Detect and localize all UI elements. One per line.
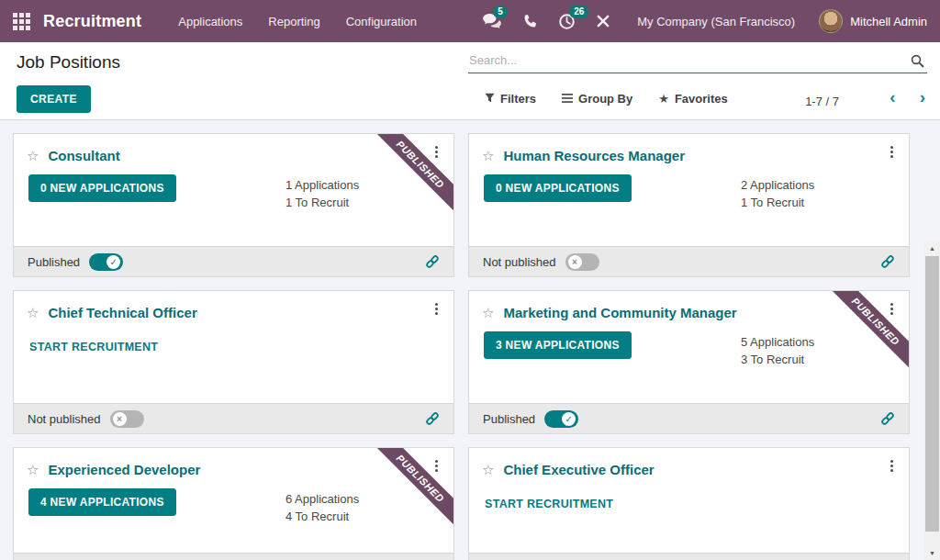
filter-funnel-icon [485, 92, 495, 106]
link-icon[interactable] [425, 254, 440, 269]
group-by-bars-icon [562, 92, 573, 106]
kebab-menu-icon[interactable] [432, 457, 441, 475]
card-footer: Published ✓ [469, 403, 909, 433]
favorites-button[interactable]: ★ Favorites [658, 92, 727, 106]
new-applications-button[interactable]: 4 NEW APPLICATIONS [28, 488, 176, 516]
kebab-menu-icon[interactable] [432, 143, 441, 161]
publish-toggle[interactable]: × [565, 253, 599, 271]
menu-configuration[interactable]: Configuration [346, 15, 417, 28]
card-footer: Published ✓ [14, 246, 453, 276]
publish-status-label: Not published [483, 255, 556, 269]
search-options: Filters Group By ★ Favorites [485, 92, 728, 106]
to-recruit-count[interactable]: 1 To Recruit [741, 194, 814, 211]
job-card-experienced-developer[interactable]: PUBLISHED ☆ Experienced Developer 4 NEW … [13, 447, 454, 560]
phone-icon[interactable] [522, 14, 538, 29]
scroll-down-icon[interactable]: ▼ [924, 545, 940, 560]
control-panel: Job Positions CREATE Filters Group By ★ … [0, 42, 940, 120]
favorite-star-icon[interactable]: ☆ [27, 463, 39, 476]
link-icon[interactable] [880, 254, 895, 269]
job-card-consultant[interactable]: PUBLISHED ☆ Consultant 0 NEW APPLICATION… [13, 133, 454, 277]
card-footer: Not published × [14, 403, 453, 433]
menu-applications[interactable]: Applications [178, 15, 242, 28]
create-button[interactable]: CREATE [17, 85, 91, 113]
scrollbar-thumb[interactable] [925, 256, 939, 532]
kebab-menu-icon[interactable] [888, 300, 896, 318]
card-footer [14, 553, 453, 560]
job-card-human-resources-manager[interactable]: ☆ Human Resources Manager 0 NEW APPLICAT… [468, 133, 910, 277]
favorite-star-icon[interactable]: ☆ [482, 463, 494, 476]
vertical-scrollbar[interactable]: ▲ ▼ [924, 241, 940, 560]
job-card-chief-technical-officer[interactable]: ☆ Chief Technical Officer START RECRUITM… [13, 290, 454, 434]
publish-status-label: Not published [28, 412, 101, 426]
card-footer [469, 553, 909, 560]
job-title-link[interactable]: Marketing and Community Manager [503, 305, 736, 320]
applications-count[interactable]: 2 Applications [741, 176, 814, 194]
start-recruitment-link[interactable]: START RECRUITMENT [29, 341, 158, 353]
pager-counter: 1-7 / 7 [805, 95, 839, 108]
publish-status-label: Published [483, 412, 535, 426]
favorite-star-icon[interactable]: ☆ [482, 149, 494, 162]
kanban-view: PUBLISHED ☆ Consultant 0 NEW APPLICATION… [0, 120, 940, 560]
kebab-menu-icon[interactable] [432, 300, 441, 318]
to-recruit-count[interactable]: 3 To Recruit [741, 351, 814, 368]
job-title-link[interactable]: Chief Executive Officer [503, 462, 654, 477]
search-bar [468, 50, 927, 73]
tools-icon[interactable] [596, 14, 610, 28]
search-input[interactable] [468, 50, 927, 73]
job-card-chief-executive-officer[interactable]: ☆ Chief Executive Officer START RECRUITM… [468, 447, 910, 560]
favorite-star-icon[interactable]: ☆ [27, 306, 39, 319]
user-name[interactable]: Mitchell Admin [850, 15, 927, 28]
scroll-up-icon[interactable]: ▲ [924, 241, 940, 255]
publish-status-label: Published [28, 255, 80, 269]
publish-toggle[interactable]: ✓ [89, 253, 123, 271]
job-card-marketing-and-community-manager[interactable]: PUBLISHED ☆ Marketing and Community Mana… [468, 290, 910, 434]
menu-reporting[interactable]: Reporting [268, 15, 319, 28]
filters-button[interactable]: Filters [485, 92, 536, 106]
page-title: Job Positions [17, 52, 120, 73]
new-applications-button[interactable]: 0 NEW APPLICATIONS [484, 174, 632, 202]
new-applications-button[interactable]: 3 NEW APPLICATIONS [484, 331, 632, 359]
publish-toggle[interactable]: × [110, 410, 144, 428]
applications-count[interactable]: 6 Applications [285, 490, 359, 508]
kanban-grid: PUBLISHED ☆ Consultant 0 NEW APPLICATION… [0, 120, 940, 560]
messages-badge: 5 [493, 6, 508, 18]
pager-previous-icon[interactable]: ‹ [890, 87, 895, 108]
publish-toggle[interactable]: ✓ [544, 410, 578, 428]
job-title-link[interactable]: Chief Technical Officer [48, 305, 196, 320]
link-icon[interactable] [880, 411, 895, 426]
job-title-link[interactable]: Human Resources Manager [503, 148, 685, 163]
link-icon[interactable] [425, 411, 440, 426]
applications-count[interactable]: 1 Applications [285, 176, 359, 194]
user-avatar[interactable] [819, 9, 843, 33]
top-navbar: Recruitment Applications Reporting Confi… [0, 0, 940, 42]
group-by-button[interactable]: Group By [562, 92, 632, 106]
new-applications-button[interactable]: 0 NEW APPLICATIONS [28, 174, 176, 202]
company-switcher[interactable]: My Company (San Francisco) [637, 15, 795, 28]
card-footer: Not published × [469, 246, 909, 276]
kebab-menu-icon[interactable] [888, 143, 896, 161]
search-icon[interactable] [911, 54, 924, 72]
messages-icon[interactable]: 5 [482, 13, 502, 29]
app-title[interactable]: Recruitment [43, 12, 141, 31]
kebab-menu-icon[interactable] [888, 457, 896, 475]
activities-badge: 26 [569, 6, 588, 18]
applications-count[interactable]: 5 Applications [741, 333, 814, 351]
activities-clock-icon[interactable]: 26 [558, 13, 576, 30]
pager-nav: ‹ › [890, 87, 925, 108]
navbar-systray: 5 26 My Company (San Francisco) Mitchell… [472, 9, 927, 33]
favorite-star-icon[interactable]: ☆ [27, 149, 39, 162]
favorite-star-icon: ★ [658, 92, 669, 106]
favorite-star-icon[interactable]: ☆ [482, 306, 494, 319]
start-recruitment-link[interactable]: START RECRUITMENT [485, 498, 613, 510]
pager-next-icon[interactable]: › [920, 87, 925, 108]
apps-grid-icon[interactable] [13, 13, 30, 30]
to-recruit-count[interactable]: 4 To Recruit [285, 508, 359, 525]
job-title-link[interactable]: Consultant [48, 148, 119, 163]
job-title-link[interactable]: Experienced Developer [48, 462, 200, 477]
to-recruit-count[interactable]: 1 To Recruit [285, 194, 359, 211]
